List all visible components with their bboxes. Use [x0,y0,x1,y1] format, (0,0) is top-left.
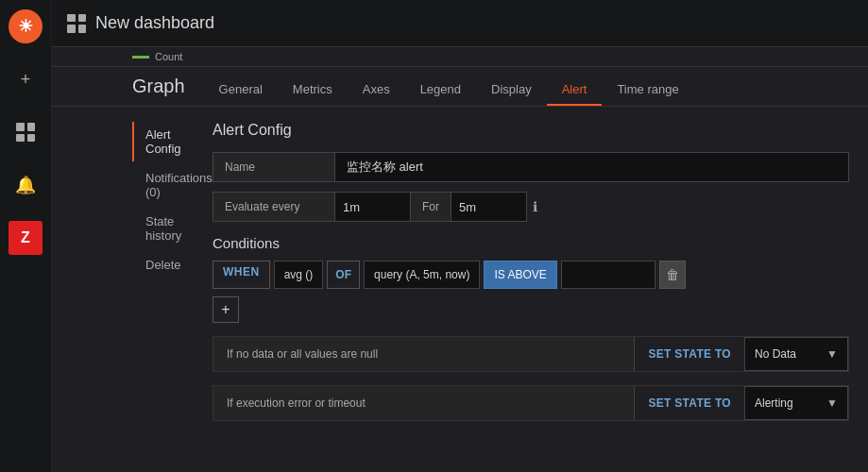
threshold-input[interactable] [561,261,655,289]
nav-state-history[interactable]: State history [132,209,203,248]
no-data-state-value: No Data [755,347,796,361]
exec-error-label: If execution error or timeout [213,386,635,420]
exec-error-set-state: SET STATE TO [635,396,744,410]
no-data-arrow-icon: ▼ [826,347,838,361]
grid-icon [16,123,35,142]
tab-metrics[interactable]: Metrics [278,75,348,106]
nav-notifications[interactable]: Notifications (0) [132,165,203,205]
dashboard-grid-icon [67,14,86,33]
exec-error-arrow-icon: ▼ [826,396,838,410]
app-logo[interactable]: ☀ [9,9,43,43]
delete-condition-btn[interactable]: 🗑 [659,261,686,289]
no-data-state-select[interactable]: No Data ▼ [744,337,848,371]
is-above-label[interactable]: IS ABOVE [484,261,556,289]
sidebar-add-icon[interactable]: + [9,62,43,96]
right-content: Alert Config Name 监控名称 alert Evaluate ev… [203,107,868,472]
exec-error-row: If execution error or timeout SET STATE … [213,385,849,421]
name-label: Name [213,152,335,182]
tab-alert[interactable]: Alert [547,75,603,106]
content-area: Alert Config Notifications (0) State his… [52,107,868,472]
panel-header: Graph General Metrics Axes Legend Displa… [52,67,868,107]
query-value[interactable]: query (A, 5m, now) [364,261,480,289]
sidebar: ☀ + 🔔 Z [0,0,52,472]
tab-legend[interactable]: Legend [405,75,476,106]
avg-value[interactable]: avg () [274,261,324,289]
count-label: Count [155,51,182,62]
nav-delete[interactable]: Delete [132,252,203,278]
left-nav: Alert Config Notifications (0) State his… [52,107,203,472]
main-panel: New dashboard Count Graph General Metric… [52,0,868,472]
top-header: New dashboard [52,0,868,47]
name-row: Name 监控名称 alert [213,152,849,182]
tab-axes[interactable]: Axes [348,75,405,106]
sidebar-dashboard-icon[interactable] [9,115,43,149]
add-condition-btn[interactable]: + [213,296,239,323]
sidebar-zabbix-icon[interactable]: Z [9,221,43,255]
exec-error-state-select[interactable]: Alerting ▼ [744,386,848,420]
tab-time-range[interactable]: Time range [602,75,693,106]
no-data-row: If no data or all values are null SET ST… [213,336,849,372]
no-data-label: If no data or all values are null [213,337,635,371]
no-data-set-state: SET STATE TO [635,347,744,361]
conditions-title: Conditions [213,235,849,251]
of-label: OF [327,261,360,289]
evaluate-label: Evaluate every [213,192,335,222]
dashboard-title: New dashboard [95,13,214,33]
evaluate-row: Evaluate every 1m For 5m ℹ [213,192,849,222]
nav-alert-config[interactable]: Alert Config [132,122,203,161]
name-value[interactable]: 监控名称 alert [335,152,849,182]
sidebar-alert-icon[interactable]: 🔔 [9,168,43,202]
info-icon[interactable]: ℹ [533,199,537,214]
exec-error-state-value: Alerting [755,396,793,410]
tab-general[interactable]: General [204,75,278,106]
tab-display[interactable]: Display [476,75,547,106]
count-bar: Count [52,47,868,67]
evaluate-value[interactable]: 1m [335,192,411,222]
for-label: For [411,192,451,222]
when-btn[interactable]: WHEN [213,261,270,289]
panel-title: Graph [132,76,185,105]
condition-row: WHEN avg () OF query (A, 5m, now) IS ABO… [213,261,849,289]
for-value[interactable]: 5m [451,192,527,222]
section-title: Alert Config [213,122,849,139]
count-line [132,56,149,59]
